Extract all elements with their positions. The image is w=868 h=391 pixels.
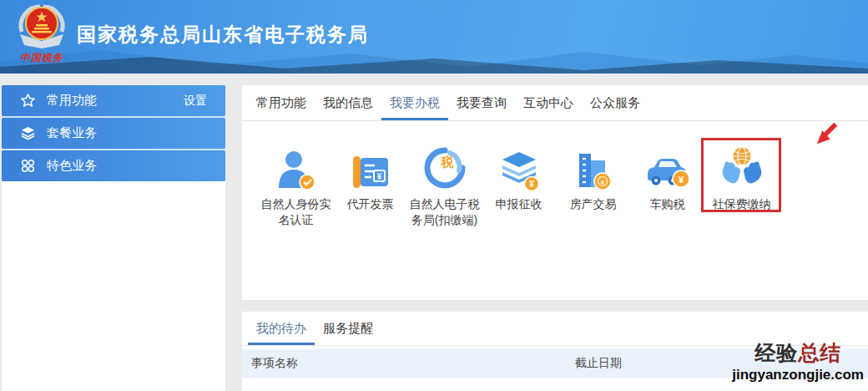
building-coin-icon: ¥ — [573, 150, 614, 192]
service-label: 代开发票 — [347, 196, 394, 212]
service-real-estate-transaction[interactable]: ¥ 房产交易 — [556, 144, 630, 228]
tax-bureau-logo: 中国税务 — [11, 3, 73, 65]
watermark-title: 经验总结 — [732, 343, 864, 363]
svg-text:税: 税 — [440, 155, 453, 169]
settings-button[interactable]: 设置 — [184, 94, 225, 109]
service-social-insurance-payment[interactable]: 社保费缴纳 — [704, 144, 779, 228]
tab-my-info[interactable]: 我的信息 — [315, 85, 381, 120]
sidebar-item-common-functions[interactable]: 常用功能 设置 — [2, 85, 225, 116]
service-natural-person-etax-bureau[interactable]: 税 自然人电子税务局(扣缴端) — [407, 144, 482, 228]
service-label: 社保费缴纳 — [713, 196, 771, 212]
layers-icon — [20, 125, 36, 141]
service-vehicle-purchase-tax[interactable]: ¥ 车购税 — [630, 144, 704, 228]
page-title: 国家税务总局山东省电子税务局 — [77, 22, 369, 48]
service-grid: 自然人身份实名认证 ¥ 代开发票 — [242, 121, 868, 228]
watermark: 经验总结 jingyanzongjie.com — [732, 343, 864, 382]
service-declaration-collection[interactable]: ¥ 申报征收 — [482, 144, 556, 228]
sidebar: 常用功能 设置 套餐业务 特色业务 — [2, 85, 225, 391]
sidebar-list: 常用功能 设置 套餐业务 特色业务 — [2, 85, 225, 181]
service-label: 申报征收 — [496, 196, 542, 212]
tab-i-want-to-query[interactable]: 我要查询 — [448, 85, 515, 120]
logo-caption: 中国税务 — [11, 51, 73, 65]
tab-common-functions[interactable]: 常用功能 — [248, 85, 315, 120]
main-tabbar: 常用功能 我的信息 我要办税 我要查询 互动中心 公众服务 — [242, 85, 868, 121]
mountain-silhouette-decor — [0, 45, 868, 74]
grid-circles-icon — [20, 158, 36, 174]
svg-text:¥: ¥ — [376, 172, 381, 181]
main-panel: 常用功能 我的信息 我要办税 我要查询 互动中心 公众服务 自然人身份实名认证 — [242, 85, 868, 300]
tab-interaction-center[interactable]: 互动中心 — [515, 85, 582, 120]
tab-service-reminder[interactable]: 服务提醒 — [315, 312, 381, 345]
service-label: 自然人电子税务局(扣缴端) — [410, 196, 480, 228]
tab-my-todo[interactable]: 我的待办 — [248, 312, 315, 345]
tab-i-want-to-file-tax[interactable]: 我要办税 — [381, 85, 448, 120]
column-header-item-name: 事项名称 — [242, 356, 575, 371]
svg-text:¥: ¥ — [678, 175, 684, 185]
tab-public-services[interactable]: 公众服务 — [582, 85, 648, 120]
service-invoice-issuance[interactable]: ¥ 代开发票 — [333, 144, 407, 228]
red-annotation-arrow-icon — [815, 120, 838, 147]
national-emblem-icon — [12, 3, 72, 49]
car-yen-icon: ¥ — [644, 155, 691, 192]
sidebar-item-label: 特色业务 — [47, 158, 97, 174]
service-person-identity-verification[interactable]: 自然人身份实名认证 — [259, 144, 333, 228]
svg-text:¥: ¥ — [600, 179, 604, 186]
service-label: 车购税 — [650, 196, 685, 212]
svg-text:¥: ¥ — [529, 180, 534, 189]
sidebar-item-label: 套餐业务 — [47, 125, 97, 141]
page: 中国税务 国家税务总局山东省电子税务局 常用功能 设置 套餐业务 — [0, 0, 868, 391]
sidebar-item-package-business[interactable]: 套餐业务 — [2, 118, 225, 149]
sidebar-item-label: 常用功能 — [47, 93, 97, 109]
invoice-icon: ¥ — [351, 152, 391, 192]
star-icon — [20, 93, 36, 109]
service-label: 房产交易 — [570, 196, 617, 212]
tax-circle-icon: 税 — [422, 145, 467, 192]
watermark-url: jingyanzongjie.com — [732, 368, 864, 382]
hands-globe-icon — [718, 145, 766, 192]
person-verified-icon — [277, 149, 315, 192]
column-header-deadline: 截止日期 — [575, 356, 622, 371]
layers-yen-icon: ¥ — [498, 150, 540, 192]
sidebar-item-featured-business[interactable]: 特色业务 — [2, 150, 225, 181]
site-header: 中国税务 国家税务总局山东省电子税务局 — [0, 0, 868, 74]
service-label: 自然人身份实名认证 — [261, 196, 331, 228]
